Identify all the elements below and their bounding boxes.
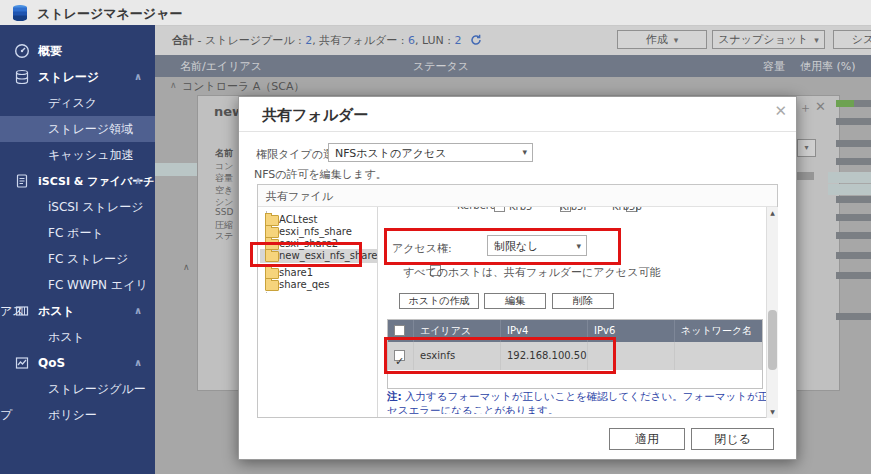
apply-button[interactable]: 適用 [609, 428, 685, 450]
shared-folder-dialog: 共有フォルダー ✕ 権限タイプの選択: NFSホストのアクセス ▾ NFSの許可… [238, 96, 797, 460]
dialog-title: 共有フォルダー [262, 106, 368, 125]
sidebar-item-fc-wwpn[interactable]: FC WWPN エイリアス [0, 272, 155, 298]
sidebar-item-storage-space[interactable]: ストレージ領域 [0, 116, 155, 142]
chevron-up-icon: ∧ [134, 64, 142, 90]
sidebar-item-fc-port[interactable]: FC ポート [0, 220, 155, 246]
chevron-up-icon: ∧ [134, 298, 142, 324]
qos-chart-icon [14, 355, 30, 371]
dialog-titlebar: 共有フォルダー ✕ [239, 97, 796, 132]
storage-icon [14, 69, 30, 85]
app-header: ストレージマネージャー [0, 0, 871, 26]
create-host-button[interactable]: ホストの作成 [399, 293, 479, 309]
host-icon [14, 303, 30, 319]
pane-scrollbar[interactable]: ▲ ▼ [766, 207, 778, 418]
select-all-checkbox[interactable] [394, 325, 405, 336]
row-checkbox[interactable] [394, 350, 405, 361]
screen: ストレージマネージャー 概要 ストレージ ∧ ディスク ストレージ領域 キャッシ… [0, 0, 871, 474]
app-title: ストレージマネージャー [37, 5, 182, 23]
krb5-checkbox[interactable] [494, 207, 505, 212]
sidebar-item-storage[interactable]: ストレージ ∧ [0, 64, 155, 90]
chevron-up-icon: ∧ [134, 168, 142, 194]
document-icon [14, 173, 30, 189]
permission-type-select[interactable]: NFSホストのアクセス ▾ [328, 143, 533, 162]
chevron-down-icon: ▾ [522, 147, 527, 157]
tree-item-selected[interactable]: new_esxi_nfs_share [258, 250, 377, 263]
host-table-row[interactable]: esxinfs 192.168.100.50 [388, 342, 762, 370]
sidebar-item-policy[interactable]: ポリシー [0, 402, 155, 428]
sidebar-item-host-group[interactable]: ホスト ∧ [0, 298, 155, 324]
panel-header[interactable]: 共有ファイル [258, 185, 777, 207]
access-right-label: アクセス権: [392, 241, 452, 256]
table-filler [388, 370, 762, 388]
all-hosts-label: すべてのホストは、共有フォルダーにアクセス可能 [403, 265, 660, 280]
scroll-up-icon[interactable]: ▲ [767, 207, 778, 219]
edit-host-button[interactable]: 編集 [484, 293, 546, 309]
sidebar: 概要 ストレージ ∧ ディスク ストレージ領域 キャッシュ加速 iSCSI & … [0, 25, 155, 474]
scrollbar-thumb[interactable] [768, 310, 777, 370]
delete-host-button[interactable]: 削除 [552, 293, 614, 309]
sidebar-item-host[interactable]: ホスト [0, 324, 155, 350]
sidebar-item-qos[interactable]: QoS ∧ [0, 350, 155, 376]
sidebar-item-cache-acceleration[interactable]: キャッシュ加速 [0, 142, 155, 168]
close-icon[interactable]: ✕ [774, 102, 787, 120]
dialog-description: NFSの許可を編集します。 [254, 167, 387, 182]
sidebar-item-fc-storage[interactable]: FC ストレージ [0, 246, 155, 272]
nfs-settings-pane: Kerberos: Krb5 Krb5i Krb5p アクセス権: 制限なし ▾… [378, 207, 766, 418]
format-note-line2: セスエラーになることがあります。 [387, 404, 558, 414]
chevron-up-icon: ∧ [134, 350, 142, 376]
sidebar-item-disk[interactable]: ディスク [0, 90, 155, 116]
sidebar-item-overview[interactable]: 概要 [0, 38, 155, 64]
chevron-down-icon: ▾ [576, 241, 581, 251]
host-table-header: エイリアス IPv4 IPv6 ネットワーク名 [388, 320, 762, 342]
folder-tree: ACLtest esxi_nfs_share esxi_share2 new_e… [258, 207, 378, 417]
database-stack-icon [10, 3, 30, 23]
sidebar-item-label: 概要 [38, 44, 62, 58]
scroll-down-icon[interactable]: ▼ [767, 406, 778, 418]
shared-file-panel: 共有ファイル ACLtest esxi_nfs_share esxi_share… [257, 184, 778, 418]
sidebar-item-iscsi-fc[interactable]: iSCSI & ファイバーチ ∧ [0, 168, 155, 194]
folder-icon [265, 251, 279, 262]
tree-item[interactable]: share_qes [258, 279, 377, 292]
sidebar-item-iscsi-storage[interactable]: iSCSI ストレージ [0, 194, 155, 220]
format-note: 注: 入力するフォーマットが正しいことを確認してください。フォーマットが正しくな… [387, 390, 766, 404]
host-table: エイリアス IPv4 IPv6 ネットワーク名 esxinfs 192.168.… [387, 319, 763, 389]
sidebar-item-label: ストレージ [38, 70, 99, 84]
gauge-icon [14, 43, 30, 59]
sidebar-item-storage-group[interactable]: ストレージグループ [0, 376, 155, 402]
close-button[interactable]: 閉じる [691, 428, 774, 450]
access-right-select[interactable]: 制限なし ▾ [487, 235, 587, 256]
folder-icon [265, 280, 279, 291]
